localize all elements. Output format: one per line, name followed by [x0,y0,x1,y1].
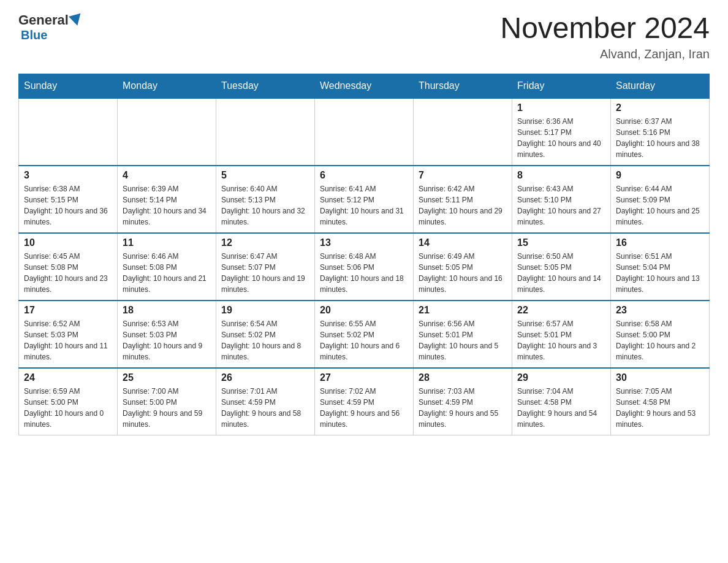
col-saturday: Saturday [611,74,710,98]
day-info: Sunrise: 6:47 AMSunset: 5:07 PMDaylight:… [221,251,309,295]
col-wednesday: Wednesday [315,74,414,98]
table-row: 16Sunrise: 6:51 AMSunset: 5:04 PMDayligh… [611,233,710,301]
day-info: Sunrise: 7:05 AMSunset: 4:58 PMDaylight:… [616,386,704,430]
day-number: 9 [616,170,704,181]
location-text: Alvand, Zanjan, Iran [500,47,710,61]
col-thursday: Thursday [414,74,512,98]
table-row: 3Sunrise: 6:38 AMSunset: 5:15 PMDaylight… [19,166,118,233]
table-row: 11Sunrise: 6:46 AMSunset: 5:08 PMDayligh… [118,233,216,301]
day-info: Sunrise: 6:41 AMSunset: 5:12 PMDaylight:… [320,183,408,228]
day-number: 23 [616,305,704,316]
day-info: Sunrise: 7:00 AMSunset: 5:00 PMDaylight:… [123,386,211,430]
day-info: Sunrise: 7:01 AMSunset: 4:59 PMDaylight:… [221,386,309,430]
table-row: 21Sunrise: 6:56 AMSunset: 5:01 PMDayligh… [414,301,512,368]
table-row [216,98,315,166]
table-row: 28Sunrise: 7:03 AMSunset: 4:59 PMDayligh… [414,368,512,435]
day-number: 1 [517,102,605,113]
col-friday: Friday [512,74,611,98]
day-info: Sunrise: 6:43 AMSunset: 5:10 PMDaylight:… [517,183,605,228]
table-row: 4Sunrise: 6:39 AMSunset: 5:14 PMDaylight… [118,166,216,233]
day-number: 12 [221,237,309,248]
day-number: 27 [320,372,408,383]
day-info: Sunrise: 6:51 AMSunset: 5:04 PMDaylight:… [616,251,704,295]
day-info: Sunrise: 7:03 AMSunset: 4:59 PMDaylight:… [419,386,507,430]
day-number: 11 [123,237,211,248]
day-number: 22 [517,305,605,316]
table-row: 15Sunrise: 6:50 AMSunset: 5:05 PMDayligh… [512,233,611,301]
table-row: 9Sunrise: 6:44 AMSunset: 5:09 PMDaylight… [611,166,710,233]
col-tuesday: Tuesday [216,74,315,98]
day-info: Sunrise: 7:04 AMSunset: 4:58 PMDaylight:… [517,386,605,430]
day-number: 26 [221,372,309,383]
table-row: 14Sunrise: 6:49 AMSunset: 5:05 PMDayligh… [414,233,512,301]
calendar-week-row: 24Sunrise: 6:59 AMSunset: 5:00 PMDayligh… [19,368,710,435]
calendar-week-row: 10Sunrise: 6:45 AMSunset: 5:08 PMDayligh… [19,233,710,301]
day-number: 21 [419,305,507,316]
day-number: 14 [419,237,507,248]
day-number: 30 [616,372,704,383]
day-info: Sunrise: 6:57 AMSunset: 5:01 PMDaylight:… [517,318,605,362]
calendar-week-row: 3Sunrise: 6:38 AMSunset: 5:15 PMDaylight… [19,166,710,233]
table-row: 7Sunrise: 6:42 AMSunset: 5:11 PMDaylight… [414,166,512,233]
month-title: November 2024 [500,12,710,45]
day-info: Sunrise: 6:42 AMSunset: 5:11 PMDaylight:… [419,183,507,228]
day-number: 5 [221,170,309,181]
day-info: Sunrise: 6:52 AMSunset: 5:03 PMDaylight:… [24,318,112,362]
table-row: 30Sunrise: 7:05 AMSunset: 4:58 PMDayligh… [611,368,710,435]
day-info: Sunrise: 6:54 AMSunset: 5:02 PMDaylight:… [221,318,309,362]
day-info: Sunrise: 6:44 AMSunset: 5:09 PMDaylight:… [616,183,704,228]
day-number: 17 [24,305,112,316]
day-number: 10 [24,237,112,248]
day-number: 18 [123,305,211,316]
table-row: 6Sunrise: 6:41 AMSunset: 5:12 PMDaylight… [315,166,414,233]
table-row: 23Sunrise: 6:58 AMSunset: 5:00 PMDayligh… [611,301,710,368]
table-row: 13Sunrise: 6:48 AMSunset: 5:06 PMDayligh… [315,233,414,301]
day-number: 3 [24,170,112,181]
day-info: Sunrise: 6:56 AMSunset: 5:01 PMDaylight:… [419,318,507,362]
table-row: 24Sunrise: 6:59 AMSunset: 5:00 PMDayligh… [19,368,118,435]
day-number: 7 [419,170,507,181]
day-info: Sunrise: 6:36 AMSunset: 5:17 PMDaylight:… [517,116,605,160]
calendar-week-row: 17Sunrise: 6:52 AMSunset: 5:03 PMDayligh… [19,301,710,368]
title-area: November 2024 Alvand, Zanjan, Iran [500,12,710,61]
page-header: General Blue November 2024 Alvand, Zanja… [18,12,710,61]
day-info: Sunrise: 6:40 AMSunset: 5:13 PMDaylight:… [221,183,309,228]
day-number: 16 [616,237,704,248]
table-row: 10Sunrise: 6:45 AMSunset: 5:08 PMDayligh… [19,233,118,301]
table-row: 8Sunrise: 6:43 AMSunset: 5:10 PMDaylight… [512,166,611,233]
table-row: 26Sunrise: 7:01 AMSunset: 4:59 PMDayligh… [216,368,315,435]
logo-blue-text: Blue [21,28,47,42]
day-number: 13 [320,237,408,248]
day-number: 24 [24,372,112,383]
day-number: 19 [221,305,309,316]
day-number: 4 [123,170,211,181]
day-info: Sunrise: 6:55 AMSunset: 5:02 PMDaylight:… [320,318,408,362]
day-info: Sunrise: 6:38 AMSunset: 5:15 PMDaylight:… [24,183,112,228]
day-number: 20 [320,305,408,316]
table-row: 19Sunrise: 6:54 AMSunset: 5:02 PMDayligh… [216,301,315,368]
table-row: 1Sunrise: 6:36 AMSunset: 5:17 PMDaylight… [512,98,611,166]
table-row: 22Sunrise: 6:57 AMSunset: 5:01 PMDayligh… [512,301,611,368]
col-monday: Monday [118,74,216,98]
table-row: 2Sunrise: 6:37 AMSunset: 5:16 PMDaylight… [611,98,710,166]
table-row: 20Sunrise: 6:55 AMSunset: 5:02 PMDayligh… [315,301,414,368]
day-number: 28 [419,372,507,383]
logo-general-text: General [18,12,69,28]
day-number: 8 [517,170,605,181]
day-number: 15 [517,237,605,248]
day-info: Sunrise: 6:46 AMSunset: 5:08 PMDaylight:… [123,251,211,295]
table-row [19,98,118,166]
table-row: 25Sunrise: 7:00 AMSunset: 5:00 PMDayligh… [118,368,216,435]
day-number: 6 [320,170,408,181]
day-info: Sunrise: 6:39 AMSunset: 5:14 PMDaylight:… [123,183,211,228]
table-row: 17Sunrise: 6:52 AMSunset: 5:03 PMDayligh… [19,301,118,368]
table-row: 29Sunrise: 7:04 AMSunset: 4:58 PMDayligh… [512,368,611,435]
col-sunday: Sunday [19,74,118,98]
day-info: Sunrise: 6:50 AMSunset: 5:05 PMDaylight:… [517,251,605,295]
day-info: Sunrise: 6:37 AMSunset: 5:16 PMDaylight:… [616,116,704,160]
day-info: Sunrise: 6:49 AMSunset: 5:05 PMDaylight:… [419,251,507,295]
table-row: 5Sunrise: 6:40 AMSunset: 5:13 PMDaylight… [216,166,315,233]
day-info: Sunrise: 6:48 AMSunset: 5:06 PMDaylight:… [320,251,408,295]
day-info: Sunrise: 6:58 AMSunset: 5:00 PMDaylight:… [616,318,704,362]
table-row [414,98,512,166]
